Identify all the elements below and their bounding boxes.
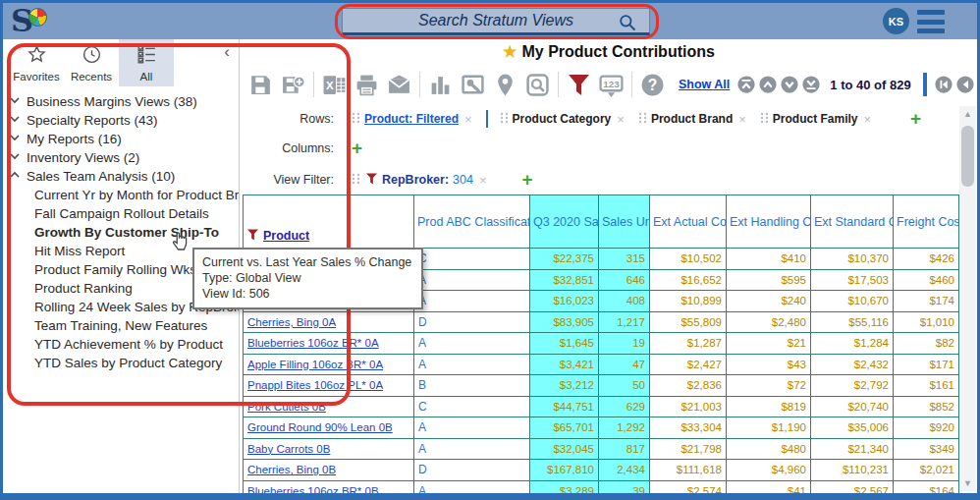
chevron-down-icon[interactable] bbox=[9, 132, 27, 146]
scroll-down-icon[interactable] bbox=[781, 76, 798, 93]
scroll-bottom-icon[interactable] bbox=[802, 76, 820, 93]
column-header[interactable]: Ext Standard Cost bbox=[811, 195, 894, 249]
search-icon[interactable] bbox=[618, 13, 637, 32]
remove-dimension-icon[interactable]: × bbox=[617, 112, 625, 127]
tree-view-item[interactable]: YTD Achievement % by Product bbox=[9, 335, 239, 354]
value-cell: 39 bbox=[599, 480, 650, 493]
rows-label: Rows: bbox=[241, 112, 334, 126]
tree-group[interactable]: My Reports (16) bbox=[9, 130, 239, 148]
add-row-dimension-button[interactable]: + bbox=[910, 112, 921, 126]
tree-view-item[interactable]: Fall Campaign Rollout Details bbox=[9, 204, 239, 223]
drag-handle-icon[interactable] bbox=[638, 110, 651, 128]
scroll-up-icon[interactable] bbox=[759, 76, 777, 93]
filter-chip-repbroker[interactable]: RepBroker: 304 × bbox=[352, 171, 487, 189]
scroll-top-icon[interactable] bbox=[737, 76, 755, 93]
sidebar-tab-recents[interactable]: Recents bbox=[64, 39, 119, 86]
dimension-chip[interactable]: Product Family× bbox=[760, 110, 871, 128]
page-first-icon[interactable] bbox=[935, 76, 953, 93]
column-header[interactable]: Prod ABC Classification bbox=[414, 195, 530, 249]
product-link[interactable]: Blueberries 106oz BR* 0B bbox=[244, 480, 414, 493]
value-cell: $17,503 bbox=[811, 269, 894, 291]
product-link[interactable]: Cherries, Bing 0A bbox=[244, 311, 414, 333]
value-cell: $167,810 bbox=[530, 460, 599, 481]
preview-icon[interactable] bbox=[525, 73, 550, 97]
add-column-dimension-button[interactable]: + bbox=[352, 141, 362, 155]
star-icon bbox=[27, 44, 47, 69]
drag-handle-icon[interactable] bbox=[352, 171, 364, 189]
tree-view-item[interactable]: Team Training, New Features bbox=[9, 316, 239, 335]
sidebar-collapse-icon[interactable]: ‹ bbox=[224, 45, 230, 59]
filter-chip-value[interactable]: 304 bbox=[453, 173, 473, 187]
value-cell: $1,190 bbox=[727, 417, 811, 439]
save-as-icon[interactable] bbox=[281, 73, 305, 97]
product-link[interactable]: Pnappl Bites 106oz PL* 0A bbox=[244, 375, 414, 397]
row-axis-divider bbox=[486, 110, 488, 128]
tree-view-item[interactable]: YTD Sales by Product Category bbox=[9, 354, 239, 372]
chevron-down-icon[interactable] bbox=[9, 94, 27, 109]
data-grid: ProductProd ABC ClassificationQ3 2020 Sa… bbox=[243, 194, 959, 493]
map-pin-icon[interactable] bbox=[493, 73, 517, 97]
value-cell: $44,751 bbox=[530, 396, 599, 417]
print-icon[interactable] bbox=[354, 73, 379, 97]
vertical-scrollbar[interactable]: ▲ ▼ bbox=[959, 106, 976, 491]
remove-dimension-icon[interactable]: × bbox=[738, 112, 746, 127]
remove-filter-icon[interactable]: × bbox=[479, 173, 487, 188]
favorite-star-icon[interactable]: ★ bbox=[503, 43, 517, 60]
user-avatar[interactable]: KS bbox=[883, 8, 909, 34]
filter-icon[interactable] bbox=[567, 73, 591, 97]
product-link[interactable]: Ground Round 90% Lean 0B bbox=[244, 417, 414, 439]
dimension-chip[interactable]: Product Category× bbox=[500, 110, 625, 128]
hamburger-menu-icon[interactable] bbox=[917, 10, 945, 33]
column-header[interactable]: Ext Handling Cost bbox=[727, 195, 811, 249]
email-icon[interactable] bbox=[387, 73, 411, 97]
remove-dimension-icon[interactable]: × bbox=[864, 112, 872, 127]
tree-view-item[interactable]: Current Yr by Month for Product Br bbox=[9, 186, 239, 204]
tree-view-item[interactable]: Growth By Customer Ship-To bbox=[9, 223, 239, 242]
drag-handle-icon[interactable] bbox=[352, 110, 364, 128]
chevron-down-icon[interactable] bbox=[9, 150, 27, 165]
columns-axis: Columns: + bbox=[241, 141, 362, 155]
dimension-chip[interactable]: Product: Filtered× bbox=[352, 110, 472, 128]
value-cell: $83,905 bbox=[530, 311, 599, 333]
scrollbar-up-arrow-icon[interactable]: ▲ bbox=[959, 106, 976, 122]
abc-classification-cell: A bbox=[414, 354, 530, 375]
product-link[interactable]: Blueberries 106oz BR* 0A bbox=[244, 333, 414, 355]
product-link[interactable]: Cherries, Bing 0B bbox=[244, 460, 414, 481]
add-view-filter-button[interactable]: + bbox=[522, 173, 533, 187]
sidebar-tab-favorites[interactable]: Favorites bbox=[9, 39, 64, 86]
drag-handle-icon[interactable] bbox=[760, 110, 773, 128]
column-header[interactable]: Freight Cost bbox=[894, 195, 959, 249]
chevron-up-icon[interactable] bbox=[9, 169, 27, 184]
column-header[interactable]: Sales Units bbox=[599, 195, 650, 249]
tree-group[interactable]: Specialty Reports (43) bbox=[9, 111, 239, 130]
chart-icon[interactable] bbox=[428, 73, 453, 97]
dimension-chip[interactable]: Product Brand× bbox=[638, 110, 746, 128]
tree-group[interactable]: Inventory Views (2) bbox=[9, 148, 239, 167]
product-link[interactable]: Pork Cutlets 0B bbox=[244, 396, 414, 417]
drag-handle-icon[interactable] bbox=[500, 110, 513, 128]
table-row: Baby Carrots 0BA$32,045817$21,798$480$21… bbox=[244, 438, 959, 460]
search-input[interactable]: Search Stratum Views bbox=[342, 8, 650, 35]
product-link[interactable]: Apple Filling 106oz BR* 0A bbox=[244, 354, 414, 375]
scrollbar-thumb[interactable] bbox=[961, 126, 974, 187]
chevron-down-icon[interactable] bbox=[9, 113, 27, 128]
value-cell: 629 bbox=[599, 396, 650, 417]
show-all-link[interactable]: Show All bbox=[679, 78, 730, 91]
tree-group[interactable]: Sales Team Analysis (10) bbox=[9, 167, 239, 186]
column-header[interactable]: Q3 2020 Sales Amount bbox=[530, 195, 599, 249]
tree-group[interactable]: Business Margins Views (38) bbox=[9, 92, 239, 111]
save-icon[interactable] bbox=[248, 73, 273, 97]
sidebar-tab-all[interactable]: All bbox=[119, 39, 174, 86]
product-link[interactable]: Baby Carrots 0B bbox=[244, 438, 414, 460]
scrollbar-down-arrow-icon[interactable]: ▼ bbox=[959, 475, 976, 491]
filter-chip-label[interactable]: RepBroker: bbox=[382, 173, 449, 187]
column-header[interactable]: Product bbox=[244, 195, 414, 249]
value-cell: 1,292 bbox=[599, 417, 650, 439]
excel-export-icon[interactable]: X bbox=[322, 73, 347, 97]
page-prev-icon[interactable] bbox=[956, 76, 974, 93]
remove-dimension-icon[interactable]: × bbox=[464, 112, 472, 127]
column-header[interactable]: Ext Actual Cost bbox=[650, 195, 727, 249]
number-format-icon[interactable]: 123 bbox=[599, 73, 624, 97]
help-icon[interactable]: ? bbox=[640, 73, 665, 97]
design-view-icon[interactable] bbox=[461, 73, 485, 97]
